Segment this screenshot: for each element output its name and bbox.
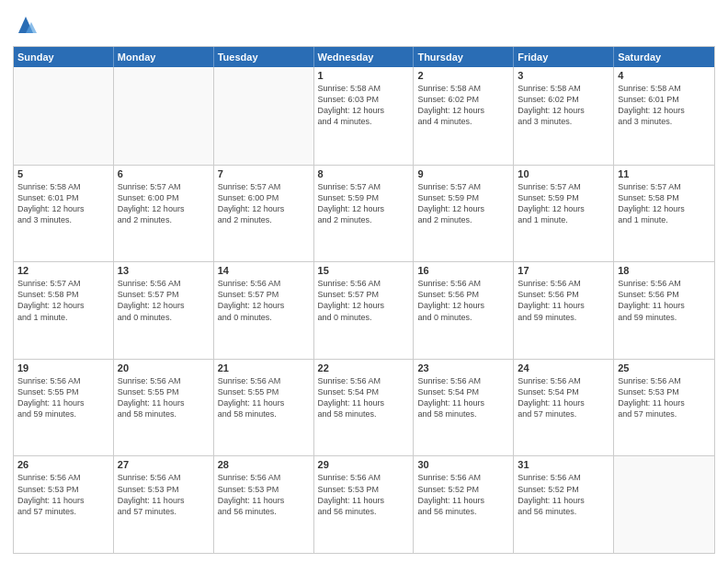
day-info: Sunrise: 5:56 AM Sunset: 5:56 PM Dayligh… bbox=[417, 278, 509, 323]
day-info: Sunrise: 5:56 AM Sunset: 5:55 PM Dayligh… bbox=[218, 375, 310, 420]
day-number: 19 bbox=[17, 362, 109, 373]
cal-row-2: 5Sunrise: 5:58 AM Sunset: 6:01 PM Daylig… bbox=[14, 165, 714, 262]
day-info: Sunrise: 5:58 AM Sunset: 6:02 PM Dayligh… bbox=[518, 83, 609, 128]
day-cell-9: 9Sunrise: 5:57 AM Sunset: 5:59 PM Daylig… bbox=[414, 166, 514, 262]
empty-cell bbox=[214, 67, 314, 165]
day-number: 20 bbox=[118, 362, 210, 373]
day-number: 14 bbox=[218, 265, 310, 276]
day-number: 28 bbox=[218, 459, 310, 470]
day-cell-21: 21Sunrise: 5:56 AM Sunset: 5:55 PM Dayli… bbox=[214, 360, 314, 456]
day-info: Sunrise: 5:56 AM Sunset: 5:56 PM Dayligh… bbox=[618, 278, 711, 323]
day-cell-5: 5Sunrise: 5:58 AM Sunset: 6:01 PM Daylig… bbox=[14, 166, 114, 262]
day-info: Sunrise: 5:56 AM Sunset: 5:53 PM Dayligh… bbox=[118, 472, 210, 517]
day-cell-31: 31Sunrise: 5:56 AM Sunset: 5:52 PM Dayli… bbox=[514, 456, 614, 553]
day-info: Sunrise: 5:57 AM Sunset: 5:59 PM Dayligh… bbox=[318, 181, 410, 226]
day-info: Sunrise: 5:57 AM Sunset: 5:58 PM Dayligh… bbox=[17, 278, 109, 323]
day-number: 2 bbox=[417, 70, 509, 81]
cal-row-3: 12Sunrise: 5:57 AM Sunset: 5:58 PM Dayli… bbox=[14, 261, 714, 359]
day-number: 21 bbox=[218, 362, 310, 373]
day-number: 1 bbox=[318, 70, 410, 81]
day-number: 12 bbox=[17, 265, 109, 276]
day-cell-30: 30Sunrise: 5:56 AM Sunset: 5:52 PM Dayli… bbox=[414, 456, 514, 553]
day-number: 17 bbox=[518, 265, 609, 276]
day-number: 16 bbox=[417, 265, 509, 276]
empty-cell bbox=[114, 67, 214, 165]
calendar-header: SundayMondayTuesdayWednesdayThursdayFrid… bbox=[14, 47, 714, 67]
header-cell-wednesday: Wednesday bbox=[314, 47, 415, 67]
day-cell-11: 11Sunrise: 5:57 AM Sunset: 5:58 PM Dayli… bbox=[614, 166, 714, 262]
day-cell-1: 1Sunrise: 5:58 AM Sunset: 6:03 PM Daylig… bbox=[314, 67, 415, 165]
cal-row-5: 26Sunrise: 5:56 AM Sunset: 5:53 PM Dayli… bbox=[14, 455, 714, 553]
day-info: Sunrise: 5:56 AM Sunset: 5:52 PM Dayligh… bbox=[518, 472, 609, 517]
day-info: Sunrise: 5:58 AM Sunset: 6:03 PM Dayligh… bbox=[318, 83, 410, 128]
day-cell-22: 22Sunrise: 5:56 AM Sunset: 5:54 PM Dayli… bbox=[314, 360, 415, 456]
day-number: 11 bbox=[618, 168, 711, 179]
day-cell-25: 25Sunrise: 5:56 AM Sunset: 5:53 PM Dayli… bbox=[614, 360, 714, 456]
day-cell-13: 13Sunrise: 5:56 AM Sunset: 5:57 PM Dayli… bbox=[114, 262, 214, 359]
empty-cell bbox=[614, 456, 714, 553]
day-info: Sunrise: 5:57 AM Sunset: 5:59 PM Dayligh… bbox=[518, 181, 609, 226]
day-cell-7: 7Sunrise: 5:57 AM Sunset: 6:00 PM Daylig… bbox=[214, 166, 314, 262]
header bbox=[13, 9, 715, 39]
day-cell-26: 26Sunrise: 5:56 AM Sunset: 5:53 PM Dayli… bbox=[14, 456, 114, 553]
day-number: 26 bbox=[17, 459, 109, 470]
day-number: 22 bbox=[318, 362, 410, 373]
day-number: 3 bbox=[518, 70, 609, 81]
day-cell-27: 27Sunrise: 5:56 AM Sunset: 5:53 PM Dayli… bbox=[114, 456, 214, 553]
day-number: 25 bbox=[618, 362, 711, 373]
header-cell-monday: Monday bbox=[114, 47, 214, 67]
day-info: Sunrise: 5:56 AM Sunset: 5:54 PM Dayligh… bbox=[318, 375, 410, 420]
day-info: Sunrise: 5:56 AM Sunset: 5:52 PM Dayligh… bbox=[417, 472, 509, 517]
day-info: Sunrise: 5:57 AM Sunset: 6:00 PM Dayligh… bbox=[118, 181, 210, 226]
day-cell-16: 16Sunrise: 5:56 AM Sunset: 5:56 PM Dayli… bbox=[414, 262, 514, 359]
day-number: 29 bbox=[318, 459, 410, 470]
day-number: 4 bbox=[618, 70, 711, 81]
empty-cell bbox=[14, 67, 114, 165]
day-cell-3: 3Sunrise: 5:58 AM Sunset: 6:02 PM Daylig… bbox=[514, 67, 614, 165]
day-info: Sunrise: 5:57 AM Sunset: 5:58 PM Dayligh… bbox=[618, 181, 711, 226]
day-cell-4: 4Sunrise: 5:58 AM Sunset: 6:01 PM Daylig… bbox=[614, 67, 714, 165]
day-number: 8 bbox=[318, 168, 410, 179]
page: SundayMondayTuesdayWednesdayThursdayFrid… bbox=[0, 0, 728, 563]
cal-row-1: 1Sunrise: 5:58 AM Sunset: 6:03 PM Daylig… bbox=[14, 67, 714, 165]
day-info: Sunrise: 5:57 AM Sunset: 5:59 PM Dayligh… bbox=[417, 181, 509, 226]
day-cell-15: 15Sunrise: 5:56 AM Sunset: 5:57 PM Dayli… bbox=[314, 262, 415, 359]
day-info: Sunrise: 5:56 AM Sunset: 5:53 PM Dayligh… bbox=[318, 472, 410, 517]
day-number: 6 bbox=[118, 168, 210, 179]
day-info: Sunrise: 5:58 AM Sunset: 6:02 PM Dayligh… bbox=[417, 83, 509, 128]
day-cell-12: 12Sunrise: 5:57 AM Sunset: 5:58 PM Dayli… bbox=[14, 262, 114, 359]
day-number: 18 bbox=[618, 265, 711, 276]
day-info: Sunrise: 5:56 AM Sunset: 5:56 PM Dayligh… bbox=[518, 278, 609, 323]
header-cell-friday: Friday bbox=[514, 47, 614, 67]
header-cell-tuesday: Tuesday bbox=[214, 47, 314, 67]
day-info: Sunrise: 5:58 AM Sunset: 6:01 PM Dayligh… bbox=[17, 181, 109, 226]
day-cell-6: 6Sunrise: 5:57 AM Sunset: 6:00 PM Daylig… bbox=[114, 166, 214, 262]
header-cell-thursday: Thursday bbox=[414, 47, 514, 67]
day-info: Sunrise: 5:56 AM Sunset: 5:53 PM Dayligh… bbox=[17, 472, 109, 517]
day-cell-29: 29Sunrise: 5:56 AM Sunset: 5:53 PM Dayli… bbox=[314, 456, 415, 553]
day-cell-19: 19Sunrise: 5:56 AM Sunset: 5:55 PM Dayli… bbox=[14, 360, 114, 456]
day-number: 27 bbox=[118, 459, 210, 470]
day-cell-17: 17Sunrise: 5:56 AM Sunset: 5:56 PM Dayli… bbox=[514, 262, 614, 359]
calendar: SundayMondayTuesdayWednesdayThursdayFrid… bbox=[13, 46, 715, 554]
header-cell-sunday: Sunday bbox=[14, 47, 114, 67]
day-number: 10 bbox=[518, 168, 609, 179]
calendar-body: 1Sunrise: 5:58 AM Sunset: 6:03 PM Daylig… bbox=[14, 67, 714, 553]
day-cell-24: 24Sunrise: 5:56 AM Sunset: 5:54 PM Dayli… bbox=[514, 360, 614, 456]
day-number: 30 bbox=[417, 459, 509, 470]
day-cell-2: 2Sunrise: 5:58 AM Sunset: 6:02 PM Daylig… bbox=[414, 67, 514, 165]
day-info: Sunrise: 5:56 AM Sunset: 5:57 PM Dayligh… bbox=[118, 278, 210, 323]
day-info: Sunrise: 5:56 AM Sunset: 5:54 PM Dayligh… bbox=[417, 375, 509, 420]
day-info: Sunrise: 5:56 AM Sunset: 5:55 PM Dayligh… bbox=[118, 375, 210, 420]
cal-row-4: 19Sunrise: 5:56 AM Sunset: 5:55 PM Dayli… bbox=[14, 359, 714, 456]
day-info: Sunrise: 5:57 AM Sunset: 6:00 PM Dayligh… bbox=[218, 181, 310, 226]
day-number: 5 bbox=[17, 168, 109, 179]
day-number: 15 bbox=[318, 265, 410, 276]
day-info: Sunrise: 5:56 AM Sunset: 5:54 PM Dayligh… bbox=[518, 375, 609, 420]
day-info: Sunrise: 5:56 AM Sunset: 5:53 PM Dayligh… bbox=[618, 375, 711, 420]
day-number: 9 bbox=[417, 168, 509, 179]
day-info: Sunrise: 5:56 AM Sunset: 5:53 PM Dayligh… bbox=[218, 472, 310, 517]
day-cell-20: 20Sunrise: 5:56 AM Sunset: 5:55 PM Dayli… bbox=[114, 360, 214, 456]
day-cell-10: 10Sunrise: 5:57 AM Sunset: 5:59 PM Dayli… bbox=[514, 166, 614, 262]
logo bbox=[13, 13, 42, 39]
